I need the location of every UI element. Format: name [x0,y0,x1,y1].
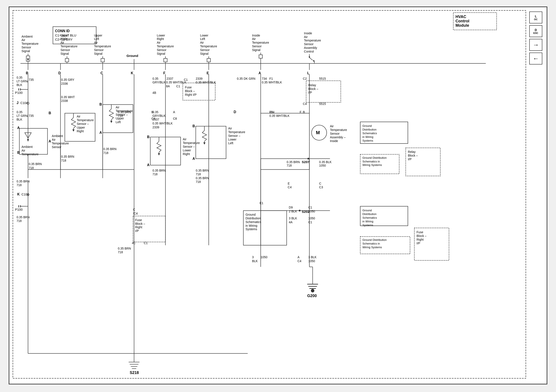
svg-text:P100: P100 [15,91,23,94]
svg-text:Sensor: Sensor [330,132,340,135]
svg-text:Relay: Relay [408,150,416,154]
svg-text:Left: Left [228,141,233,145]
svg-text:Temperature: Temperature [183,141,200,145]
svg-text:Control: Control [456,19,469,23]
svg-text:Right I/P: Right I/P [185,93,196,96]
svg-text:Systems: Systems [363,139,373,142]
svg-text:Air: Air [22,149,25,152]
svg-text:A: A [17,126,20,130]
svg-text:Sensor: Sensor [60,48,70,52]
loc-button[interactable]: L OC [529,12,542,23]
svg-rect-58 [164,58,167,62]
svg-text:LT GRN/: LT GRN/ [16,79,28,83]
svg-text:0.35 BRN: 0.35 BRN [16,215,30,219]
svg-text:0.35: 0.35 [16,110,22,114]
svg-text:A: A [298,255,300,259]
svg-text:Signal: Signal [22,49,30,53]
svg-text:Ground Distribution: Ground Distribution [363,156,386,159]
g200-label: G200 [307,294,317,298]
svg-text:Upper: Upper [94,34,102,37]
svg-text:A: A [100,131,102,134]
svg-text:K: K [131,71,133,75]
svg-text:C1: C1 [309,206,312,209]
svg-text:Module: Module [456,23,469,28]
svg-text:Right: Right [135,225,142,229]
svg-text:Air: Air [228,127,232,130]
svg-text:B: B [193,124,195,128]
svg-text:0.35 BRN: 0.35 BRN [29,162,42,166]
svg-text:735: 735 [29,78,34,81]
svg-text:Inside: Inside [252,34,260,37]
svg-text:BLK: BLK [16,118,22,121]
svg-text:Ground: Ground [363,209,372,212]
svg-text:B: B [49,111,51,115]
svg-text:0.35 BRN: 0.35 BRN [118,110,131,114]
svg-text:Fuse: Fuse [417,231,423,234]
diagram-area: HVAC Control Module CONN ID C1=24 LT BLU… [9,7,547,384]
svg-text:Assembly –: Assembly – [330,136,346,139]
svg-text:Upper: Upper [60,34,69,37]
svg-text:A: A [147,163,150,167]
svg-text:C4: C4 [288,185,292,189]
prev-button[interactable]: ← [529,53,542,64]
svg-text:Block –: Block – [417,234,426,238]
next-button[interactable]: → [529,39,542,51]
svg-text:Temperature: Temperature [22,153,39,156]
svg-text:L: L [307,71,309,75]
nav-buttons: L OC D ESC → ← [529,12,542,64]
svg-point-338 [308,158,309,160]
svg-text:2339: 2339 [153,125,159,129]
svg-text:0.35 WHT/BLK: 0.35 WHT/BLK [269,114,290,117]
svg-line-85 [309,58,313,60]
svg-text:718: 718 [29,166,34,170]
svg-text:Temperature: Temperature [200,45,217,48]
svg-text:E: E [288,182,290,185]
svg-text:Schematics: Schematics [363,132,377,135]
s218-label: S218 [130,370,139,375]
svg-text:Block –: Block – [185,89,195,93]
svg-text:5515: 5515 [319,102,326,106]
svg-marker-108 [27,139,29,141]
svg-text:D9: D9 [289,206,293,209]
svg-text:Wiring Systems: Wiring Systems [363,246,382,249]
svg-text:Right: Right [157,37,164,41]
svg-text:0.35 BRN: 0.35 BRN [16,180,30,183]
svg-text:Temperature: Temperature [228,130,245,134]
svg-text:Air: Air [157,41,161,44]
svg-text:Air: Air [330,124,334,128]
svg-text:Right: Right [60,37,68,41]
svg-text:0.35 DK GRN: 0.35 DK GRN [237,77,255,80]
svg-text:in Wiring: in Wiring [363,135,373,138]
svg-text:0.35 WHT: 0.35 WHT [61,95,75,99]
svg-text:Block –: Block – [309,87,318,91]
svg-text:Ambient: Ambient [52,134,63,138]
svg-text:I/P: I/P [408,157,412,161]
svg-text:4B: 4B [153,91,156,94]
svg-text:Schematics in: Schematics in [363,160,380,163]
svg-text:Temperature: Temperature [60,45,77,48]
svg-text:Distribution: Distribution [363,128,377,131]
svg-text:K: K [17,192,20,196]
desc-button[interactable]: D ESC [529,25,542,37]
svg-text:Right: Right [183,152,190,156]
svg-marker-209 [203,142,205,145]
svg-text:4A: 4A [289,220,293,224]
svg-text:Sensor –: Sensor – [183,145,195,148]
svg-text:Ambient: Ambient [22,35,33,38]
svg-text:M: M [316,130,320,135]
svg-text:Air: Air [304,35,308,39]
svg-text:Signal: Signal [157,52,165,55]
svg-text:Sensor: Sensor [252,45,262,48]
svg-text:718: 718 [153,172,158,176]
svg-text:Right: Right [417,238,424,241]
svg-text:Left: Left [116,120,121,124]
svg-text:D: D [234,110,236,114]
svg-text:Wiring Systems: Wiring Systems [363,163,382,167]
svg-text:0.35 BRN: 0.35 BRN [153,169,165,172]
svg-text:I/P: I/P [309,91,312,94]
svg-text:A: A [193,157,195,161]
svg-text:Air: Air [116,106,119,109]
svg-text:BLK: BLK [16,83,22,87]
svg-text:F1: F1 [269,77,273,80]
svg-text:C1: C1 [184,78,188,81]
